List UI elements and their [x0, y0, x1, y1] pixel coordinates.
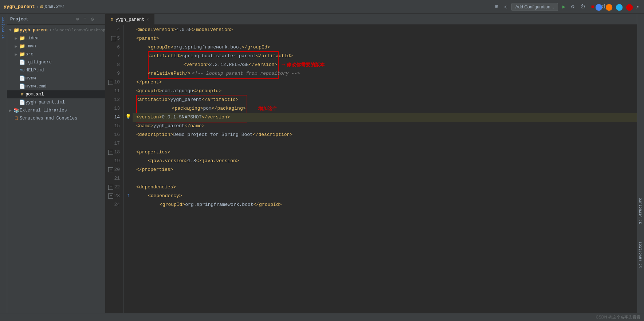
bracket: </: [201, 113, 207, 122]
root-folder-icon: 📁: [13, 27, 20, 33]
code-content[interactable]: <modelVersion>4.0.0</modelVersion> <pare…: [133, 25, 637, 313]
gutter-12: [124, 95, 133, 103]
breadcrumb-file[interactable]: pom.xml: [44, 4, 64, 9]
add-config-button[interactable]: Add Configuration...: [511, 3, 558, 11]
fold-23[interactable]: −: [108, 193, 113, 199]
tree-item-root[interactable]: ▼ 📁 yygh_parent C:\Users\lenovo\Desktop\…: [7, 26, 105, 34]
linenum-15: 15: [106, 122, 120, 130]
project-tab[interactable]: 1: Project: [1, 15, 6, 40]
text: com.atguigu: [162, 87, 193, 95]
linenum-22: −22: [106, 183, 120, 192]
text: 2.2.12.RELEASE: [209, 62, 249, 67]
git-arrow-icon[interactable]: ↗: [635, 3, 640, 11]
linenum-6: 6: [106, 43, 120, 52]
favorites-tab[interactable]: 2: Favorites: [638, 240, 643, 269]
tree-item-mvnwcmd[interactable]: 📄 mvnw.cmd: [7, 82, 105, 90]
tree-item-iml[interactable]: 📄 yygh_parent.iml: [7, 98, 105, 106]
tab-pomxml[interactable]: m yygh_parent ×: [106, 14, 154, 24]
linenum-10: −10: [106, 78, 120, 87]
bracket: >: [227, 113, 230, 122]
bracket: >: [179, 192, 182, 200]
line-numbers: 4 −5 6 7 8 9 −10 11 12 13 14 15 16 17: [106, 25, 124, 313]
bracket: <: [136, 113, 139, 122]
tag: dependency: [151, 192, 179, 200]
tag: groupId: [162, 200, 182, 209]
bracket: >: [279, 200, 282, 209]
gutter-20: [124, 165, 133, 173]
code-line-23: <dependency>: [133, 192, 637, 200]
linenum-17: 17: [106, 139, 120, 148]
tag: version: [207, 113, 227, 122]
bracket: >: [173, 26, 176, 34]
bulb-icon[interactable]: 💡: [125, 114, 131, 120]
tag: java.version: [151, 157, 185, 165]
gutter-18: [124, 147, 133, 156]
tree-item-helpmd[interactable]: MD HELP.md: [7, 66, 105, 74]
panel-settings-icon[interactable]: ⚙: [90, 16, 95, 23]
firefox-icon[interactable]: ⬤: [605, 3, 613, 11]
src-icon: 📁: [19, 51, 25, 57]
mvnwcmd-icon: 📄: [19, 83, 25, 89]
tree-item-scratches[interactable]: 🗒 Scratches and Consoles: [7, 114, 105, 122]
fold-22[interactable]: −: [108, 185, 113, 190]
tree-item-pomxml[interactable]: m pom.xml: [7, 90, 105, 98]
tree-item-gitignore[interactable]: 📄 .gitignore: [7, 58, 105, 66]
tag: version: [186, 62, 206, 67]
tree-item-src[interactable]: ▶ 📁 src: [7, 50, 105, 58]
back-icon[interactable]: ◁: [502, 3, 508, 11]
tree-item-mvnw[interactable]: 📄 mvnw: [7, 74, 105, 82]
bracket: </: [249, 62, 255, 67]
window-icon[interactable]: ⊞: [494, 3, 499, 11]
tab-label: yygh_parent: [115, 17, 144, 22]
code-line-14: <version>0.0.1-SNAPSHOT</version>: [133, 113, 637, 122]
tag: description: [139, 130, 170, 139]
edge-icon[interactable]: ⬤: [616, 3, 623, 11]
helpmd-icon: MD: [19, 68, 25, 73]
structure-tab[interactable]: 3: Structure: [638, 196, 643, 226]
code-line-10: </parent>: [133, 78, 637, 87]
bracket: </: [190, 26, 196, 34]
tab-close-button[interactable]: ×: [146, 17, 149, 22]
gutter-11: [124, 86, 133, 95]
code-line-16: <description>Demo project for Spring Boo…: [133, 130, 637, 139]
tag: version: [255, 62, 275, 67]
gutter-7: [124, 51, 133, 60]
stop-icon[interactable]: ■: [590, 3, 596, 11]
profile-icon[interactable]: ⏱: [579, 3, 587, 11]
run-icon[interactable]: ▶: [561, 3, 567, 11]
panel-filter-icon[interactable]: ≡: [82, 16, 87, 23]
fold-18[interactable]: −: [108, 150, 113, 155]
breadcrumb-project[interactable]: yygh_parent: [4, 4, 35, 9]
panel-collapse-icon[interactable]: −: [97, 16, 102, 23]
gutter-5: [124, 34, 133, 42]
code-line-20: </properties>: [133, 165, 637, 174]
bracket: <: [136, 87, 139, 95]
bracket: >: [173, 183, 176, 192]
gutter-23: ↑: [124, 191, 133, 200]
fold-10[interactable]: −: [108, 80, 113, 85]
tree-item-extlib[interactable]: ▶ 📚 External Libraries: [7, 106, 105, 114]
linenum-19: 19: [106, 157, 120, 165]
gutter-9: [124, 68, 133, 77]
code-line-15: <name>yygh_parent</name>: [133, 122, 637, 130]
gutter-16: [124, 130, 133, 138]
tree-item-mvn[interactable]: ▶ 📁 .mvn: [7, 42, 105, 50]
tag: groupId: [259, 200, 279, 209]
tree-item-idea[interactable]: ▶ 📁 .idea: [7, 34, 105, 42]
fold-5[interactable]: −: [111, 36, 116, 41]
panel-add-icon[interactable]: ⊕: [75, 16, 80, 23]
debug-icon[interactable]: ⚙: [570, 3, 576, 11]
linenum-8: 8: [106, 60, 120, 69]
mvn-label: .mvn: [25, 44, 36, 49]
opera-icon[interactable]: ⬤: [626, 3, 633, 11]
bracket: <: [136, 26, 139, 34]
fold-20[interactable]: −: [108, 167, 113, 172]
bottom-right: CSDN @这个名字先看看: [596, 314, 640, 320]
bracket: >: [185, 157, 188, 165]
chrome-icon[interactable]: ⬤: [595, 3, 602, 11]
code-line-4: <modelVersion>4.0.0</modelVersion>: [133, 26, 637, 34]
bracket: <: [148, 69, 151, 78]
bookmark-icon[interactable]: ↑: [127, 192, 130, 198]
code-editor: 4 −5 6 7 8 9 −10 11 12 13 14 15 16 17: [106, 25, 637, 313]
bracket: >: [159, 78, 162, 87]
